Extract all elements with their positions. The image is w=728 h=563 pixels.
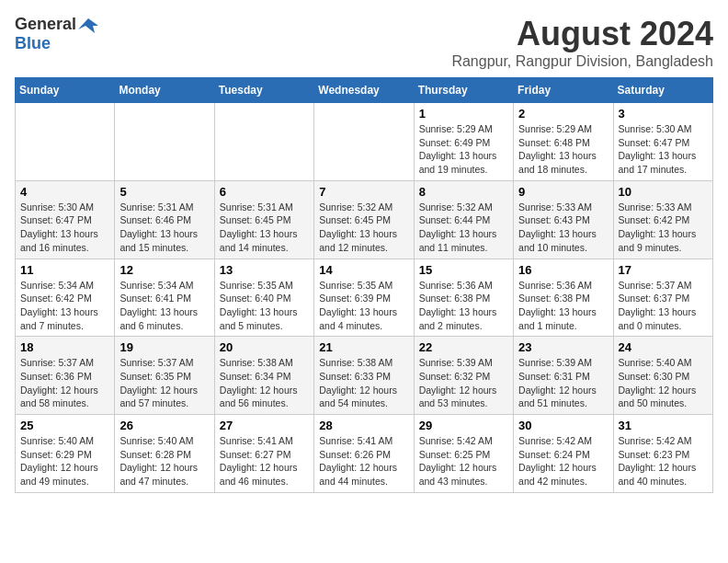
calendar-cell: 18Sunrise: 5:37 AMSunset: 6:36 PMDayligh…	[16, 337, 115, 415]
day-number: 27	[220, 419, 309, 432]
day-number: 29	[419, 419, 508, 432]
day-number: 6	[220, 185, 309, 199]
day-number: 12	[119, 263, 209, 277]
calendar-cell: 25Sunrise: 5:40 AMSunset: 6:29 PMDayligh…	[16, 415, 115, 493]
calendar-cell: 22Sunrise: 5:39 AMSunset: 6:32 PMDayligh…	[414, 337, 513, 415]
calendar-cell: 12Sunrise: 5:34 AMSunset: 6:41 PMDayligh…	[115, 259, 214, 337]
day-number: 11	[20, 263, 109, 277]
calendar-cell: 30Sunrise: 5:42 AMSunset: 6:24 PMDayligh…	[514, 415, 613, 493]
day-info: Sunrise: 5:42 AMSunset: 6:24 PMDaylight:…	[518, 434, 608, 488]
calendar-cell: 19Sunrise: 5:37 AMSunset: 6:35 PMDayligh…	[115, 337, 214, 415]
day-info: Sunrise: 5:37 AMSunset: 6:37 PMDaylight:…	[619, 279, 708, 333]
day-number: 13	[220, 263, 309, 277]
calendar-body: 1Sunrise: 5:29 AMSunset: 6:49 PMDaylight…	[16, 103, 713, 493]
day-number: 5	[119, 185, 209, 199]
day-info: Sunrise: 5:36 AMSunset: 6:38 PMDaylight:…	[518, 279, 608, 333]
day-number: 2	[518, 107, 608, 121]
calendar-cell: 28Sunrise: 5:41 AMSunset: 6:26 PMDayligh…	[314, 415, 414, 493]
day-number: 21	[319, 340, 408, 354]
calendar-cell	[214, 103, 313, 181]
calendar-cell: 1Sunrise: 5:29 AMSunset: 6:49 PMDaylight…	[414, 103, 513, 181]
day-info: Sunrise: 5:38 AMSunset: 6:33 PMDaylight:…	[319, 356, 408, 410]
day-number: 14	[319, 263, 408, 277]
calendar-cell: 6Sunrise: 5:31 AMSunset: 6:45 PMDaylight…	[214, 180, 313, 259]
page-subtitle: Rangpur, Rangpur Division, Bangladesh	[451, 53, 713, 70]
header-day-wednesday: Wednesday	[314, 78, 414, 103]
calendar-cell: 17Sunrise: 5:37 AMSunset: 6:37 PMDayligh…	[613, 259, 712, 337]
day-info: Sunrise: 5:31 AMSunset: 6:46 PMDaylight:…	[119, 201, 209, 255]
day-number: 25	[20, 419, 109, 432]
calendar-cell: 29Sunrise: 5:42 AMSunset: 6:25 PMDayligh…	[414, 415, 513, 493]
day-info: Sunrise: 5:31 AMSunset: 6:45 PMDaylight:…	[220, 201, 309, 255]
day-info: Sunrise: 5:41 AMSunset: 6:26 PMDaylight:…	[319, 434, 408, 488]
logo-general: General	[15, 15, 76, 34]
calendar-cell: 23Sunrise: 5:39 AMSunset: 6:31 PMDayligh…	[514, 337, 613, 415]
day-info: Sunrise: 5:40 AMSunset: 6:28 PMDaylight:…	[119, 434, 209, 488]
day-info: Sunrise: 5:40 AMSunset: 6:29 PMDaylight:…	[20, 434, 109, 488]
header-day-tuesday: Tuesday	[214, 78, 313, 103]
calendar-cell: 4Sunrise: 5:30 AMSunset: 6:47 PMDaylight…	[16, 180, 115, 259]
calendar-cell: 15Sunrise: 5:36 AMSunset: 6:38 PMDayligh…	[414, 259, 513, 337]
logo-bird-icon	[78, 17, 98, 33]
calendar-cell: 27Sunrise: 5:41 AMSunset: 6:27 PMDayligh…	[214, 415, 313, 493]
calendar-cell: 26Sunrise: 5:40 AMSunset: 6:28 PMDayligh…	[115, 415, 214, 493]
day-info: Sunrise: 5:35 AMSunset: 6:40 PMDaylight:…	[220, 279, 309, 333]
day-number: 20	[220, 340, 309, 354]
calendar-cell: 20Sunrise: 5:38 AMSunset: 6:34 PMDayligh…	[214, 337, 313, 415]
day-info: Sunrise: 5:39 AMSunset: 6:32 PMDaylight:…	[419, 356, 508, 410]
day-info: Sunrise: 5:33 AMSunset: 6:43 PMDaylight:…	[518, 201, 608, 255]
day-info: Sunrise: 5:29 AMSunset: 6:49 PMDaylight:…	[419, 122, 508, 177]
title-area: August 2024 Rangpur, Rangpur Division, B…	[451, 15, 713, 70]
day-number: 10	[619, 185, 708, 199]
calendar-table: SundayMondayTuesdayWednesdayThursdayFrid…	[15, 77, 713, 493]
day-info: Sunrise: 5:29 AMSunset: 6:48 PMDaylight:…	[518, 122, 608, 177]
day-number: 9	[518, 185, 608, 199]
day-number: 30	[518, 419, 608, 432]
header-day-sunday: Sunday	[16, 78, 115, 103]
calendar-cell: 14Sunrise: 5:35 AMSunset: 6:39 PMDayligh…	[314, 259, 414, 337]
day-number: 22	[419, 340, 508, 354]
day-info: Sunrise: 5:34 AMSunset: 6:41 PMDaylight:…	[119, 279, 209, 333]
calendar-cell: 11Sunrise: 5:34 AMSunset: 6:42 PMDayligh…	[16, 259, 115, 337]
day-number: 3	[619, 107, 708, 121]
calendar-cell: 3Sunrise: 5:30 AMSunset: 6:47 PMDaylight…	[613, 103, 712, 181]
calendar-cell: 24Sunrise: 5:40 AMSunset: 6:30 PMDayligh…	[613, 337, 712, 415]
day-number: 23	[518, 340, 608, 354]
day-number: 26	[119, 419, 209, 432]
page-header: General Blue August 2024 Rangpur, Rangpu…	[15, 15, 713, 70]
day-number: 16	[518, 263, 608, 277]
calendar-cell	[16, 103, 115, 181]
day-info: Sunrise: 5:42 AMSunset: 6:23 PMDaylight:…	[619, 434, 708, 488]
day-info: Sunrise: 5:35 AMSunset: 6:39 PMDaylight:…	[319, 279, 408, 333]
day-number: 8	[419, 185, 508, 199]
header-day-thursday: Thursday	[414, 78, 513, 103]
calendar-cell: 9Sunrise: 5:33 AMSunset: 6:43 PMDaylight…	[514, 180, 613, 259]
header-row: SundayMondayTuesdayWednesdayThursdayFrid…	[16, 78, 713, 103]
header-day-saturday: Saturday	[613, 78, 712, 103]
calendar-cell: 2Sunrise: 5:29 AMSunset: 6:48 PMDaylight…	[514, 103, 613, 181]
calendar-cell: 13Sunrise: 5:35 AMSunset: 6:40 PMDayligh…	[214, 259, 313, 337]
day-number: 15	[419, 263, 508, 277]
day-info: Sunrise: 5:33 AMSunset: 6:42 PMDaylight:…	[619, 201, 708, 255]
week-row-2: 4Sunrise: 5:30 AMSunset: 6:47 PMDaylight…	[16, 180, 713, 259]
calendar-cell: 10Sunrise: 5:33 AMSunset: 6:42 PMDayligh…	[613, 180, 712, 259]
day-info: Sunrise: 5:34 AMSunset: 6:42 PMDaylight:…	[20, 279, 109, 333]
logo: General Blue	[15, 15, 98, 53]
day-info: Sunrise: 5:40 AMSunset: 6:30 PMDaylight:…	[619, 356, 708, 410]
day-number: 17	[619, 263, 708, 277]
day-number: 19	[119, 340, 209, 354]
header-day-monday: Monday	[115, 78, 214, 103]
day-number: 1	[419, 107, 508, 121]
page-title: August 2024	[451, 15, 713, 53]
day-number: 28	[319, 419, 408, 432]
week-row-5: 25Sunrise: 5:40 AMSunset: 6:29 PMDayligh…	[16, 415, 713, 493]
header-day-friday: Friday	[514, 78, 613, 103]
week-row-4: 18Sunrise: 5:37 AMSunset: 6:36 PMDayligh…	[16, 337, 713, 415]
calendar-cell: 21Sunrise: 5:38 AMSunset: 6:33 PMDayligh…	[314, 337, 414, 415]
day-info: Sunrise: 5:30 AMSunset: 6:47 PMDaylight:…	[20, 201, 109, 255]
day-info: Sunrise: 5:42 AMSunset: 6:25 PMDaylight:…	[419, 434, 508, 488]
svg-marker-0	[78, 18, 98, 33]
calendar-cell	[115, 103, 214, 181]
day-number: 4	[20, 185, 109, 199]
day-info: Sunrise: 5:38 AMSunset: 6:34 PMDaylight:…	[220, 356, 309, 410]
